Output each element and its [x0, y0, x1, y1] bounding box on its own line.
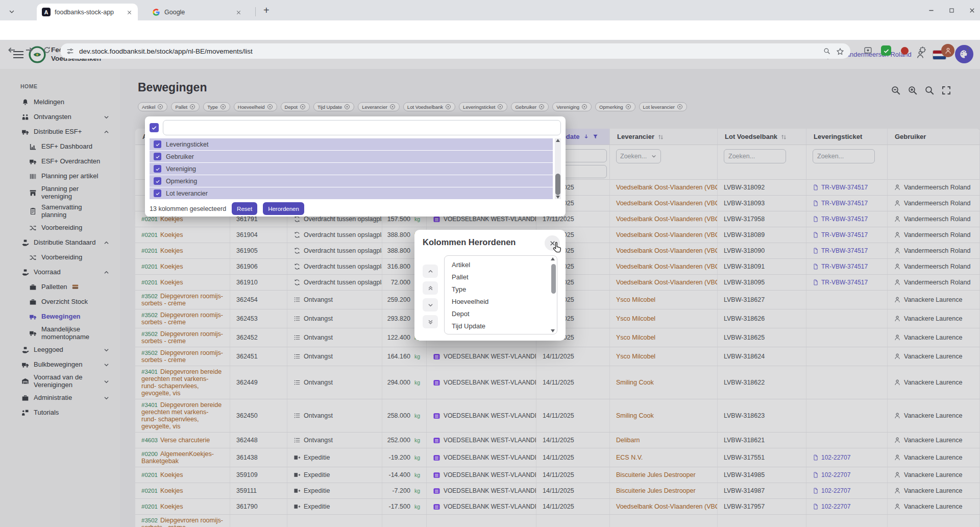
move-up-button[interactable] — [423, 265, 438, 278]
recording-indicator-icon[interactable] — [901, 47, 909, 55]
google-favicon — [152, 8, 160, 17]
check-icon — [155, 191, 160, 196]
person-icon — [944, 47, 952, 55]
chevup2-icon — [427, 285, 434, 292]
option-checkbox[interactable] — [154, 189, 161, 197]
modal-option-tijd-update[interactable]: Tijd Update — [445, 320, 549, 332]
option-label: Lot leverancier — [166, 190, 208, 197]
option-label: Leveringsticket — [166, 141, 208, 148]
mouse-cursor — [551, 241, 564, 253]
selected-count-label: 13 kolommen geselecteerd — [150, 205, 226, 212]
modal-option-pallet[interactable]: Pallet — [445, 271, 549, 283]
column-select-overlay: LeveringsticketGebruikerVerenigingOpmerk… — [145, 116, 566, 217]
url-text: dev.stock.foodbanksit.be/stock/app/nl-BE… — [79, 47, 818, 55]
overlay-option-opmerking[interactable]: Opmerking — [150, 175, 553, 187]
closex-icon — [968, 7, 976, 14]
tab-divider — [255, 7, 256, 16]
new-tab-button[interactable]: + — [263, 5, 270, 16]
check-icon — [155, 166, 160, 172]
column-order-listbox: ArtikelPalletTypeHoeveelheidDepotTijd Up… — [444, 255, 557, 334]
overlay-option-gebruiker[interactable]: Gebruiker — [150, 151, 553, 162]
check-icon — [155, 142, 160, 147]
modal-options: ArtikelPalletTypeHoeveelheidDepotTijd Up… — [445, 258, 549, 332]
extensions-puzzle-icon[interactable] — [919, 45, 927, 55]
back-icon[interactable] — [7, 45, 16, 55]
move-top-button[interactable] — [423, 281, 438, 295]
move-bottom-button[interactable] — [423, 315, 438, 328]
url-bar[interactable]: dev.stock.foodbanksit.be/stock/app/nl-BE… — [60, 43, 850, 59]
site-settings-icon[interactable] — [66, 46, 74, 56]
googleg-icon — [152, 8, 160, 16]
browser-tabstrip: A foodbanks-stock-app Google + — [0, 0, 980, 20]
browser-toolbar: dev.stock.foodbanksit.be/stock/app/nl-BE… — [0, 20, 980, 40]
scroll-down-icon[interactable] — [551, 329, 555, 332]
option-checkbox[interactable] — [154, 177, 161, 185]
overlay-option-lot-leverancier[interactable]: Lot leverancier — [150, 187, 553, 199]
chevdown2-icon — [427, 319, 434, 325]
browser-profile-avatar[interactable] — [941, 44, 954, 57]
overlay-scrollbar[interactable] — [555, 138, 561, 199]
move-down-button[interactable] — [423, 298, 438, 312]
window-minimize-icon[interactable] — [927, 6, 935, 15]
scroll-up-icon[interactable] — [551, 257, 555, 260]
overlay-option-list: LeveringsticketGebruikerVerenigingOpmerk… — [150, 138, 561, 199]
check-icon — [155, 179, 160, 184]
select-all-checkbox[interactable] — [150, 123, 159, 132]
option-checkbox[interactable] — [154, 140, 161, 148]
scroll-thumb[interactable] — [555, 174, 560, 195]
window-maximize-icon[interactable] — [948, 6, 955, 15]
check-icon — [151, 125, 157, 131]
tab-title: Google — [164, 9, 231, 16]
closex-icon — [126, 9, 133, 16]
modal-option-hoeveelheid[interactable]: Hoeveelheid — [445, 295, 549, 307]
modal-option-depot[interactable]: Depot — [445, 307, 549, 320]
tab-close-icon[interactable] — [126, 8, 133, 17]
bookmark-star-icon[interactable] — [836, 46, 844, 56]
arrowleft-icon — [7, 45, 16, 55]
check-icon — [883, 47, 890, 54]
reorder-columns-modal: Kolommen Herordenen ArtikelPalletTypeHoe… — [414, 230, 566, 341]
overlay-search-input[interactable] — [168, 124, 556, 132]
option-checkbox[interactable] — [154, 165, 161, 173]
overlay-search-box[interactable] — [163, 120, 561, 135]
overlay-option-vereniging[interactable]: Vereniging — [150, 163, 553, 175]
option-checkbox[interactable] — [154, 153, 161, 160]
option-label: Opmerking — [166, 178, 197, 185]
zoom-indicator-icon[interactable] — [823, 46, 831, 56]
star-icon — [836, 47, 844, 56]
minus-icon — [927, 7, 935, 14]
screen: A foodbanks-stock-app Google + dev.stock… — [0, 0, 980, 527]
check-icon — [155, 154, 160, 159]
overlay-option-leveringsticket[interactable]: Leveringsticket — [150, 138, 553, 150]
reload-icon[interactable] — [43, 45, 51, 54]
reset-button[interactable]: Reset — [232, 202, 257, 215]
tune-icon — [66, 47, 74, 55]
reorder-button[interactable]: Herordenen — [263, 202, 304, 215]
reorder-buttons — [423, 255, 438, 334]
tab-google[interactable]: Google — [147, 4, 247, 20]
modal-option-artikel[interactable]: Artikel — [445, 258, 549, 271]
handcur-icon — [551, 241, 564, 253]
reload-icon — [43, 46, 51, 54]
search-icon — [823, 47, 831, 55]
arrowright-icon — [24, 45, 34, 55]
tab-close-icon[interactable] — [235, 8, 242, 17]
option-label: Vereniging — [166, 165, 196, 173]
tab-search-icon[interactable] — [8, 7, 15, 16]
chevup-icon — [427, 268, 434, 275]
extension-icon[interactable] — [864, 45, 872, 55]
modal-option-type[interactable]: Type — [445, 283, 549, 295]
forward-icon[interactable] — [24, 45, 34, 55]
browser-menu-icon[interactable] — [964, 45, 972, 55]
option-label: Gebruiker — [166, 153, 194, 160]
angular-favicon: A — [42, 8, 51, 16]
search-icon — [824, 49, 829, 54]
scroll-down-icon[interactable] — [556, 196, 560, 199]
extension-check-icon[interactable] — [881, 45, 891, 56]
closex-icon — [235, 9, 242, 16]
tab-foodbanks[interactable]: A foodbanks-stock-app — [37, 4, 138, 20]
window-close-icon[interactable] — [968, 6, 976, 15]
scroll-up-icon[interactable] — [556, 139, 560, 142]
scroll-thumb[interactable] — [551, 264, 556, 294]
square-icon — [948, 7, 955, 14]
